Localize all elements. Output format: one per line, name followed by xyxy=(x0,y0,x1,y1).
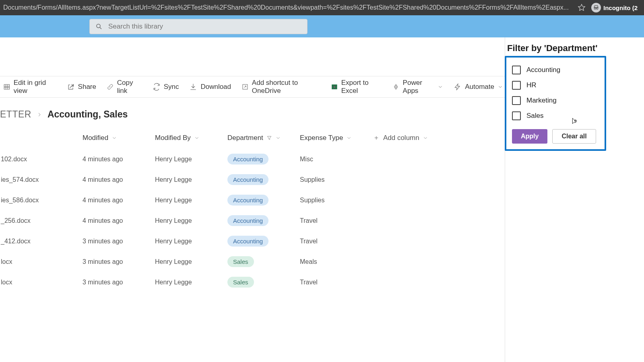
chevron-down-icon xyxy=(423,135,428,141)
chevron-down-icon xyxy=(438,84,443,90)
table-row[interactable]: locx3 minutes agoHenry LeggeSalesTravel xyxy=(0,272,505,292)
checkbox-icon[interactable] xyxy=(512,81,521,90)
filter-option[interactable]: Accounting xyxy=(512,62,599,78)
department-pill: Sales xyxy=(227,256,254,267)
table-row[interactable]: ies_574.docx4 minutes agoHenry LeggeAcco… xyxy=(0,169,505,190)
column-department[interactable]: Department xyxy=(227,134,281,142)
modified-by-cell: Henry Legge xyxy=(155,156,192,162)
filter-panel: Filter by 'Department' AccountingHRMarke… xyxy=(505,37,615,151)
incognito-label: Incognito (2 xyxy=(603,4,638,11)
filter-option[interactable]: Sales xyxy=(512,108,599,123)
file-name[interactable]: ies_574.docx xyxy=(1,176,39,183)
modified-by-cell: Henry Legge xyxy=(155,258,192,265)
address-bar-url[interactable]: Documents/Forms/AllItems.aspx?newTargetL… xyxy=(3,4,578,11)
file-name[interactable]: _412.docx xyxy=(1,238,31,245)
copy-link-label: Copy link xyxy=(117,79,142,95)
bookmark-star-icon[interactable] xyxy=(578,4,586,12)
column-expense-type[interactable]: Expense Type xyxy=(300,134,352,142)
breadcrumb: ETTER Accounting, Sales xyxy=(0,98,505,127)
copy-link-button[interactable]: Copy link xyxy=(107,79,142,95)
chevron-right-icon xyxy=(36,111,43,118)
sync-label: Sync xyxy=(164,83,179,91)
modified-by-cell: Henry Legge xyxy=(155,238,192,245)
clear-all-button[interactable]: Clear all xyxy=(552,129,596,144)
main-content: Edit in grid view Share Copy link Sync D… xyxy=(0,37,505,362)
file-name[interactable]: locx xyxy=(1,279,12,286)
table-row[interactable]: _256.docx4 minutes agoHenry LeggeAccount… xyxy=(0,210,505,231)
chevron-down-icon xyxy=(194,135,200,141)
filter-option-label: Sales xyxy=(526,112,544,120)
incognito-icon xyxy=(591,3,601,12)
department-pill: Accounting xyxy=(227,236,268,247)
breadcrumb-root[interactable]: ETTER xyxy=(0,109,31,120)
export-excel-button[interactable]: X Export to Excel xyxy=(331,79,382,95)
table-row[interactable]: locx3 minutes agoHenry LeggeSalesMeals xyxy=(0,251,505,272)
department-pill: Accounting xyxy=(227,215,268,226)
download-label: Download xyxy=(200,83,231,91)
svg-point-0 xyxy=(97,24,100,28)
power-apps-label: Power Apps xyxy=(403,79,435,95)
plus-icon: + xyxy=(374,134,378,142)
filter-icon xyxy=(266,135,272,141)
incognito-badge[interactable]: Incognito (2 xyxy=(591,3,638,12)
modified-by-cell: Henry Legge xyxy=(155,176,192,183)
expense-type-cell: Travel xyxy=(300,238,318,245)
add-shortcut-button[interactable]: Add shortcut to OneDrive xyxy=(242,79,320,95)
browser-chrome: Documents/Forms/AllItems.aspx?newTargetL… xyxy=(0,0,644,15)
sync-button[interactable]: Sync xyxy=(153,83,179,91)
table-header: Modified Modified By Department Expense … xyxy=(0,127,505,149)
table-row[interactable]: ies_586.docx4 minutes agoHenry LeggeAcco… xyxy=(0,190,505,210)
department-pill: Accounting xyxy=(227,154,268,165)
download-button[interactable]: Download xyxy=(189,83,231,91)
add-column-button[interactable]: +Add column xyxy=(374,134,428,142)
add-shortcut-label: Add shortcut to OneDrive xyxy=(252,79,320,95)
share-button[interactable]: Share xyxy=(67,83,96,91)
filter-option-label: Accounting xyxy=(526,66,560,74)
modified-by-cell: Henry Legge xyxy=(155,217,192,224)
chevron-down-icon xyxy=(275,135,281,141)
file-name[interactable]: locx xyxy=(1,258,12,265)
svg-line-1 xyxy=(100,27,101,29)
modified-by-cell: Henry Legge xyxy=(155,197,192,204)
modified-cell: 3 minutes ago xyxy=(83,279,123,286)
chevron-down-icon xyxy=(111,135,117,141)
search-icon xyxy=(95,23,103,30)
breadcrumb-current: Accounting, Sales xyxy=(47,109,128,120)
filter-option[interactable]: HR xyxy=(512,78,599,93)
chevron-down-icon xyxy=(497,84,503,90)
checkbox-icon[interactable] xyxy=(512,66,521,74)
export-excel-label: Export to Excel xyxy=(341,79,382,95)
suite-bar xyxy=(0,15,644,37)
svg-text:X: X xyxy=(333,85,335,89)
filter-option-label: HR xyxy=(526,81,537,89)
filter-panel-title: Filter by 'Department' xyxy=(507,43,615,53)
search-input[interactable] xyxy=(108,23,301,31)
filter-option-label: Marketing xyxy=(526,97,557,105)
column-modified[interactable]: Modified xyxy=(83,134,117,142)
modified-cell: 3 minutes ago xyxy=(83,258,123,265)
file-name[interactable]: _256.docx xyxy=(1,217,31,224)
search-box[interactable] xyxy=(89,19,308,34)
edit-grid-button[interactable]: Edit in grid view xyxy=(3,79,56,95)
power-apps-button[interactable]: Power Apps xyxy=(392,79,443,95)
filter-option[interactable]: Marketing xyxy=(512,93,599,108)
share-label: Share xyxy=(78,83,96,91)
table-row[interactable]: _412.docx3 minutes agoHenry LeggeAccount… xyxy=(0,231,505,251)
file-name[interactable]: ies_586.docx xyxy=(1,197,39,204)
apply-button[interactable]: Apply xyxy=(512,129,547,144)
expense-type-cell: Supplies xyxy=(300,176,324,183)
modified-cell: 3 minutes ago xyxy=(83,238,123,245)
expense-type-cell: Meals xyxy=(300,258,317,265)
svg-rect-2 xyxy=(4,84,9,89)
checkbox-icon[interactable] xyxy=(512,96,521,105)
modified-by-cell: Henry Legge xyxy=(155,279,192,286)
expense-type-cell: Travel xyxy=(300,279,318,286)
file-name[interactable]: 102.docx xyxy=(1,156,27,162)
modified-cell: 4 minutes ago xyxy=(83,217,123,224)
checkbox-icon[interactable] xyxy=(512,111,521,120)
column-modified-by[interactable]: Modified By xyxy=(155,134,200,142)
automate-button[interactable]: Automate xyxy=(454,83,503,91)
table-row[interactable]: 102.docx4 minutes agoHenry LeggeAccounti… xyxy=(0,149,505,169)
automate-label: Automate xyxy=(465,83,494,91)
department-pill: Accounting xyxy=(227,195,268,206)
